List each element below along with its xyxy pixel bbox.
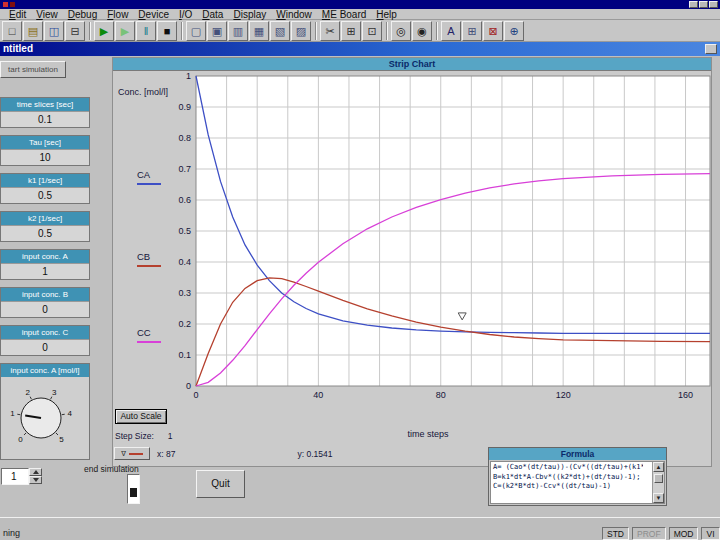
- cursor-y-readout: y: 0.1541: [297, 449, 332, 459]
- new-file-icon[interactable]: □: [2, 21, 22, 41]
- status-text: ning: [3, 528, 20, 538]
- menu-view[interactable]: View: [31, 9, 63, 20]
- control-value-field[interactable]: 0.5: [1, 187, 89, 203]
- find-icon[interactable]: ◎: [391, 21, 411, 41]
- step-size-value[interactable]: 1: [168, 431, 173, 441]
- menu-display[interactable]: Display: [228, 9, 271, 20]
- control-value-field[interactable]: 0.5: [1, 225, 89, 241]
- status-mod: MOD: [669, 527, 699, 540]
- cursor-marker-chip[interactable]: ∇: [114, 447, 150, 460]
- end-simulation-toggle[interactable]: [127, 474, 140, 504]
- formula-title[interactable]: Formula: [489, 448, 666, 460]
- help-tool-icon[interactable]: ⊕: [504, 21, 524, 41]
- control-k2-1-sec-: k2 [1/sec]0.5: [0, 211, 90, 242]
- status-bar: ning STDPROFMODVI: [0, 517, 720, 540]
- legend-color-line: [137, 265, 161, 267]
- svg-text:0.9: 0.9: [178, 102, 191, 112]
- menu-window[interactable]: Window: [271, 9, 317, 20]
- properties-icon[interactable]: ▧: [270, 21, 290, 41]
- close-button[interactable]: [709, 1, 718, 8]
- find-next-icon[interactable]: ◉: [412, 21, 432, 41]
- svg-text:1: 1: [186, 71, 191, 81]
- knob-panel-label: input conc. A [mol/l]: [1, 364, 89, 377]
- main-panel-icon[interactable]: ▢: [186, 21, 206, 41]
- cursor-marker-icon: ∇: [121, 450, 126, 458]
- legend-label: CA: [137, 169, 150, 180]
- svg-text:0: 0: [193, 390, 198, 400]
- control-value-field[interactable]: 10: [1, 149, 89, 165]
- control-label: input conc. C: [1, 326, 89, 339]
- end-simulation-label: end simulation: [84, 464, 139, 474]
- toolbar-separator: [386, 22, 388, 40]
- control-label: time slices [sec]: [1, 98, 89, 111]
- menu-me-board[interactable]: ME Board: [317, 9, 371, 20]
- colors-icon[interactable]: ⊠: [483, 21, 503, 41]
- maximize-button[interactable]: [699, 1, 708, 8]
- legend-ca[interactable]: CA: [137, 169, 177, 185]
- mdi-window-button[interactable]: [705, 44, 717, 54]
- knob-dial[interactable]: 012345: [1, 377, 89, 459]
- grid-icon[interactable]: ⊞: [462, 21, 482, 41]
- strip-chart-title[interactable]: Strip Chart: [113, 58, 711, 71]
- legend-cb[interactable]: CB: [137, 251, 177, 267]
- pause-icon[interactable]: ‖: [136, 21, 156, 41]
- run-continuously-icon[interactable]: ▶: [115, 21, 135, 41]
- menu-edit[interactable]: Edit: [4, 9, 31, 20]
- start-simulation-button[interactable]: tart simulation: [0, 61, 66, 78]
- svg-text:1: 1: [10, 409, 15, 418]
- print-icon[interactable]: ⊟: [65, 21, 85, 41]
- menu-help[interactable]: Help: [371, 9, 402, 20]
- sequence-icon[interactable]: ▦: [249, 21, 269, 41]
- spin-up-button[interactable]: [29, 468, 42, 476]
- minimize-button[interactable]: [689, 1, 698, 8]
- status-prof: PROF: [632, 527, 666, 540]
- menu-data[interactable]: Data: [197, 9, 228, 20]
- scroll-thumb[interactable]: [654, 474, 663, 483]
- control-label: input conc. B: [1, 288, 89, 301]
- menu-device[interactable]: Device: [133, 9, 174, 20]
- legend-cc[interactable]: CC: [137, 327, 177, 343]
- menu-debug[interactable]: Debug: [63, 9, 102, 20]
- strip-chart-plot[interactable]: 00.10.20.30.40.50.60.70.80.9104080120160: [113, 71, 713, 411]
- control-value-field[interactable]: 0: [1, 339, 89, 355]
- cursor-x-readout: x: 87: [157, 449, 175, 459]
- formula-text[interactable]: A= (Cao*(dt/tau))-(Cv*((dt/tau)+(k1*dtB=…: [491, 462, 643, 493]
- svg-text:5: 5: [59, 435, 64, 444]
- cut-icon[interactable]: ✂: [320, 21, 340, 41]
- copy-icon[interactable]: ⊞: [341, 21, 361, 41]
- control-k1-1-sec-: k1 [1/sec]0.5: [0, 173, 90, 204]
- spin-down-button[interactable]: [29, 476, 42, 484]
- control-input-conc-a: input conc. A1: [0, 249, 90, 280]
- scroll-up-icon[interactable]: ▲: [653, 462, 664, 472]
- svg-text:4: 4: [67, 409, 72, 418]
- svg-text:3: 3: [52, 388, 57, 397]
- quit-button[interactable]: Quit: [196, 470, 245, 498]
- cursor-trace-sample-icon: [129, 453, 143, 455]
- legend-label: CC: [137, 327, 151, 338]
- control-value-field[interactable]: 1: [1, 263, 89, 279]
- menu-flow[interactable]: Flow: [102, 9, 133, 20]
- run-icon[interactable]: ▶: [94, 21, 114, 41]
- control-value-field[interactable]: 0.1: [1, 111, 89, 127]
- show-terminals-icon[interactable]: ▣: [207, 21, 227, 41]
- formula-scrollbar[interactable]: ▲ ▼: [652, 462, 664, 503]
- open-folder-icon[interactable]: ▤: [23, 21, 43, 41]
- add-object-icon[interactable]: ▥: [228, 21, 248, 41]
- menu-i-o[interactable]: I/O: [174, 9, 197, 20]
- document-title: ntitled: [3, 43, 33, 54]
- paste-icon[interactable]: ⊡: [362, 21, 382, 41]
- save-icon[interactable]: ◫: [44, 21, 64, 41]
- document-title-bar[interactable]: ntitled: [0, 42, 720, 56]
- legend-label: CB: [137, 251, 150, 262]
- knob-value-field[interactable]: 1: [1, 468, 29, 485]
- text-tool-icon[interactable]: A: [441, 21, 461, 41]
- stop-icon[interactable]: ■: [157, 21, 177, 41]
- control-value-field[interactable]: 0: [1, 301, 89, 317]
- scroll-down-icon[interactable]: ▼: [653, 493, 664, 503]
- toolbar-separator: [181, 22, 183, 40]
- panel-view-icon[interactable]: ▨: [291, 21, 311, 41]
- auto-scale-button[interactable]: Auto Scale: [115, 409, 167, 424]
- formula-line: B=k1*dt*A-Cbv*((k2*dt)+(dt/tau)-1);: [493, 473, 641, 483]
- svg-text:0.4: 0.4: [178, 257, 191, 267]
- toggle-handle[interactable]: [130, 488, 137, 497]
